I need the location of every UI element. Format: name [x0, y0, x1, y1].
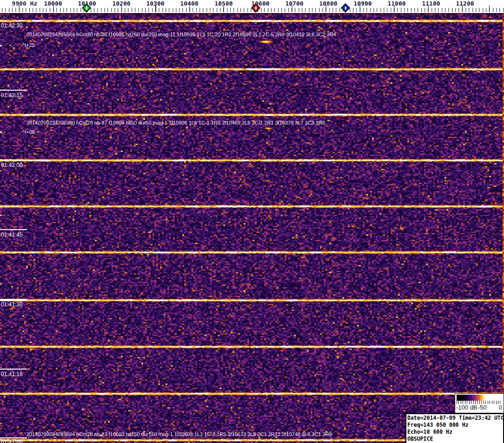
- freq-label-11000: 11000: [387, 0, 405, 7]
- freq-label-10500: 10500: [214, 0, 232, 7]
- db-labels: -100 dB -50 0: [456, 404, 503, 411]
- freq-label-10400: 10400: [180, 0, 198, 7]
- freq-label-10000: 10000: [44, 0, 62, 7]
- time-label-014100: 01:41:00: [1, 440, 23, 443]
- db-label-min: -100 dB: [456, 404, 477, 411]
- time-tick: [0, 369, 27, 370]
- freq-label-10800: 10800: [319, 0, 337, 7]
- info-station: OBSUPICE: [407, 436, 502, 443]
- meteor-spectrogram-app: 9900 Hz 10000 10100 10200 10300 10400 10…: [0, 0, 504, 443]
- time-label-014215: 01:42:15: [1, 92, 23, 99]
- freq-label-10700: 10700: [285, 0, 303, 7]
- detection-annotation-2: 20140709234206960 hCnt29 nb-87 f10604 hi…: [27, 120, 325, 126]
- time-tick: [0, 299, 27, 300]
- marker-slit: [345, 7, 346, 9]
- marker-slit: [255, 7, 257, 9]
- time-tick: [0, 229, 27, 230]
- info-panel: Date=2014-07-09 Time=23:42 UTC Freq=143 …: [405, 413, 504, 443]
- info-date-time: Date=2014-07-09 Time=23:42 UTC: [407, 415, 502, 422]
- caret-edge-mark: [0, 132, 2, 133]
- freq-label-9900: 9900 Hz: [12, 0, 38, 7]
- caret-marker-2: ^t+06: [22, 129, 35, 135]
- freq-label-10900: 10900: [353, 0, 371, 7]
- time-tick: [0, 159, 27, 160]
- db-gradient: [457, 395, 502, 401]
- time-label-014130: 01:41:30: [1, 301, 23, 308]
- time-label-014145: 01:41:45: [1, 231, 23, 238]
- db-label-mid: -50: [478, 404, 487, 411]
- freq-label-11200: 11200: [456, 0, 474, 7]
- db-colorbar: -100 dB -50 0: [455, 393, 504, 413]
- detection-annotation-1: 20140709234225564 hCnt30 nb-86 f10595 hi…: [27, 32, 336, 37]
- time-tick: [0, 437, 27, 438]
- time-tick: [0, 90, 27, 91]
- detection-annotation-3: 20140709234059664 hCnt28 nb-87 f10603 hi…: [27, 431, 332, 437]
- spectrogram-canvas: [0, 14, 504, 443]
- time-label-014200: 01:42:00: [1, 162, 23, 168]
- caret-marker-1: ^t+25: [22, 42, 35, 48]
- freq-label-10200: 10200: [112, 0, 130, 7]
- info-echo: Echo=10 600 Hz: [407, 429, 502, 436]
- caret-edge-mark: [0, 45, 2, 46]
- db-label-max: 0: [499, 404, 502, 411]
- blue-diamond-marker-icon: [341, 3, 350, 13]
- freq-label-11100: 11100: [422, 0, 440, 7]
- freq-label-10300: 10300: [146, 0, 164, 7]
- frequency-ruler: 9900 Hz 10000 10100 10200 10300 10400 10…: [0, 0, 504, 14]
- time-label-014230: 01:42:30: [1, 22, 23, 29]
- info-frequency: Freq=143 050 000 Hz: [407, 422, 502, 429]
- time-label-014115: 01:41:15: [1, 371, 23, 377]
- marker-slit: [86, 7, 87, 9]
- db-tick-comb: [457, 401, 502, 404]
